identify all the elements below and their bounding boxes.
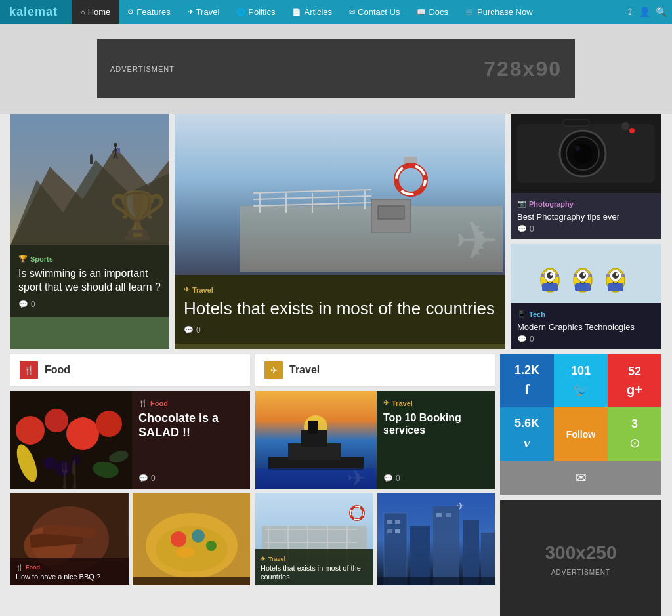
svg-rect-55 bbox=[621, 274, 625, 277]
tech-card-content: 📱 Tech Modern Graphics Technologies 💬 0 bbox=[511, 303, 662, 349]
logo-text: kale bbox=[9, 5, 35, 19]
food-card-main-content: 🍴 Food Chocolate is a SALAD !! 💬 0 bbox=[132, 391, 250, 489]
food-card-salad[interactable] bbox=[133, 493, 251, 585]
hero-left-comments: 💬 0 bbox=[18, 300, 161, 309]
googleplus-cell[interactable]: 52 g+ bbox=[608, 354, 662, 407]
svg-rect-101 bbox=[410, 526, 430, 585]
share-icon[interactable]: ⇪ bbox=[626, 7, 634, 17]
photography-card-content: 📷 Photography Best Photography tips ever… bbox=[511, 193, 662, 239]
hero-card-travel[interactable]: ✈ ✈ Travel Hotels that exists in most of… bbox=[175, 114, 505, 349]
logo-accent2: at bbox=[46, 5, 58, 19]
hero-left-count: 0 bbox=[31, 300, 35, 309]
side-card-photography[interactable]: 📷 Photography Best Photography tips ever… bbox=[511, 114, 662, 239]
rss-count: 3 bbox=[631, 417, 638, 431]
camera-icon-tag: 📷 bbox=[517, 199, 526, 208]
hero-card-sports[interactable]: 🏆 🏆 Sports Is swimming is an important s… bbox=[10, 114, 169, 349]
food-card-bbq[interactable]: 🍴 Food How to have a nice BBQ ? bbox=[10, 493, 129, 585]
ad-banner-section: ADVERTISMENT 728x90 bbox=[0, 24, 672, 114]
hero-left-title: Is swimming is an important sport that w… bbox=[18, 267, 161, 295]
svg-point-52 bbox=[612, 272, 619, 279]
rss-cell[interactable]: 3 ⊙ bbox=[608, 407, 662, 461]
food-card-chocolate[interactable]: 🍴 🍴 Food Chocolate is a SALAD !! 💬 0 bbox=[10, 391, 250, 489]
svg-point-46 bbox=[583, 273, 585, 276]
travel-icon-box: ✈ bbox=[264, 361, 283, 379]
googleplus-count: 52 bbox=[628, 365, 641, 379]
travel-section-title: Travel bbox=[289, 364, 320, 376]
ad-banner-size: 728x90 bbox=[484, 57, 562, 81]
nav-item-politics[interactable]: 🌐 Politics bbox=[228, 0, 284, 24]
tech-tag-label: Tech bbox=[529, 310, 545, 318]
nav-item-docs[interactable]: 📖 Docs bbox=[408, 0, 457, 24]
hero-center-image: ✈ bbox=[175, 114, 505, 275]
facebook-cell[interactable]: 1.2K f bbox=[500, 354, 554, 407]
nav-item-purchase[interactable]: 🛒 Purchase Now bbox=[457, 0, 541, 24]
main-content: 🏆 🏆 Sports Is swimming is an important s… bbox=[0, 114, 672, 616]
svg-point-39 bbox=[550, 273, 553, 276]
travel-card-main-content: ✈ Travel Top 10 Booking services 💬 0 bbox=[377, 391, 495, 489]
envelope-icon: ✉ bbox=[349, 8, 355, 16]
nav-item-articles[interactable]: 📄 Articles bbox=[284, 0, 341, 24]
search-icon[interactable]: 🔍 bbox=[656, 7, 667, 17]
nav-item-features[interactable]: ⚙ Features bbox=[119, 0, 178, 24]
comment-icon-choc: 💬 bbox=[138, 474, 148, 483]
hotels-title: Hotels that exists in most of the countr… bbox=[261, 564, 368, 581]
svg-point-59 bbox=[66, 417, 99, 450]
vimeo-cell[interactable]: 5.6K v bbox=[500, 407, 554, 461]
svg-point-60 bbox=[96, 411, 122, 437]
nav-label-travel: Travel bbox=[196, 7, 220, 17]
message-cell[interactable]: ✉ bbox=[500, 461, 662, 495]
hero-row: 🏆 🏆 Sports Is swimming is an important s… bbox=[10, 114, 662, 349]
chocolate-comments: 💬 0 bbox=[138, 474, 243, 483]
tech-title: Modern Graphics Technologies bbox=[517, 322, 655, 332]
twitter-cell[interactable]: 101 🐦 bbox=[554, 354, 608, 407]
svg-text:🍴: 🍴 bbox=[53, 458, 86, 489]
svg-rect-110 bbox=[446, 513, 452, 517]
nav-label-politics: Politics bbox=[248, 7, 275, 17]
chocolate-count: 0 bbox=[151, 474, 156, 483]
food-bottom-cards: 🍴 Food How to have a nice BBQ ? bbox=[10, 493, 250, 585]
site-logo[interactable]: kalemat bbox=[0, 0, 72, 24]
hero-center-tag: ✈ Travel bbox=[184, 285, 213, 294]
comment-icon: 💬 bbox=[18, 300, 28, 309]
svg-point-38 bbox=[547, 272, 553, 279]
nav-actions: ⇪ 👤 🔍 bbox=[626, 7, 672, 17]
nav-item-contact[interactable]: ✉ Contact Us bbox=[341, 0, 408, 24]
facebook-count: 1.2K bbox=[514, 363, 539, 377]
logo-accent: m bbox=[35, 5, 46, 19]
hero-center-comments: 💬 0 bbox=[184, 325, 496, 335]
food-section-header: 🍴 Food bbox=[10, 354, 250, 387]
nav-label-docs: Docs bbox=[429, 7, 448, 17]
user-icon[interactable]: 👤 bbox=[639, 7, 650, 17]
photography-count: 0 bbox=[530, 224, 534, 234]
side-card-tech[interactable]: 📱 Tech Modern Graphics Technologies 💬 0 bbox=[511, 244, 662, 349]
photography-title: Best Photography tips ever bbox=[517, 212, 655, 222]
svg-rect-40 bbox=[541, 274, 544, 277]
nav-menu: ⌂ Home ⚙ Features ✈ Travel 🌐 Politics 📄 … bbox=[72, 0, 626, 24]
svg-point-31 bbox=[629, 128, 635, 133]
globe-icon: 🌐 bbox=[236, 8, 245, 16]
hero-left-tag: 🏆 Sports bbox=[18, 255, 53, 263]
nav-item-travel[interactable]: ✈ Travel bbox=[179, 0, 228, 24]
travel-card-buildings[interactable]: ✈ bbox=[377, 493, 495, 585]
svg-rect-50 bbox=[608, 283, 623, 291]
tech-comments: 💬 0 bbox=[517, 335, 655, 344]
travel-card-booking[interactable]: ✈ ✈ Travel Top 10 Booking services 💬 0 bbox=[255, 391, 495, 489]
svg-point-57 bbox=[16, 416, 45, 445]
comment-icon-photo: 💬 bbox=[517, 224, 527, 234]
nav-item-home[interactable]: ⌂ Home bbox=[72, 0, 119, 24]
booking-tag: ✈ Travel bbox=[383, 399, 413, 407]
tech-tag: 📱 Tech bbox=[517, 310, 545, 318]
vimeo-count: 5.6K bbox=[514, 417, 539, 430]
photography-tag-label: Photography bbox=[529, 200, 574, 208]
svg-rect-22 bbox=[404, 157, 417, 163]
svg-point-45 bbox=[579, 272, 586, 279]
follow-cell[interactable]: Follow bbox=[554, 407, 608, 461]
svg-rect-109 bbox=[436, 513, 442, 517]
svg-point-76 bbox=[171, 531, 186, 547]
travel-card-hotels[interactable]: ✈ Travel Hotels that exists in most of t… bbox=[255, 493, 373, 585]
building-image: ✈ bbox=[377, 493, 495, 585]
svg-rect-48 bbox=[589, 274, 592, 277]
svg-point-30 bbox=[575, 146, 580, 151]
svg-text:✈: ✈ bbox=[347, 465, 366, 489]
tech-image bbox=[511, 244, 662, 303]
